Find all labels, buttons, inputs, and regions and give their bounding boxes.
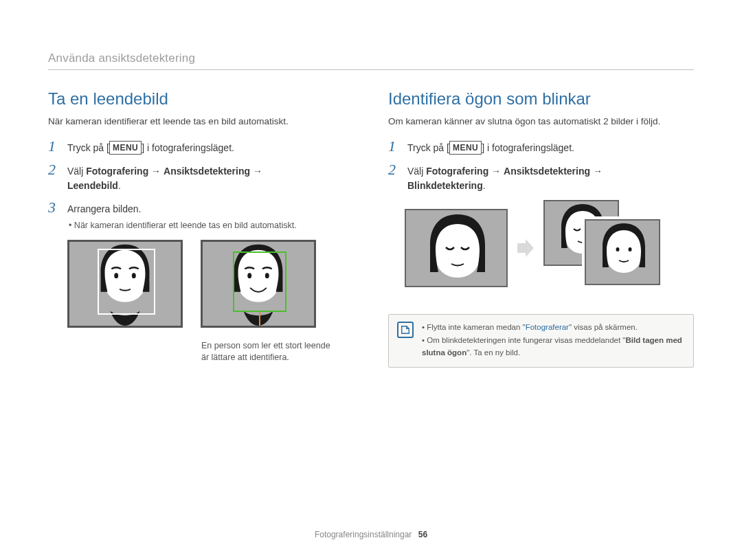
detection-box-icon: [98, 249, 155, 315]
menu-path-part: Ansiktsdetektering: [164, 166, 250, 177]
detection-box-icon: [233, 251, 286, 312]
step-text: ] i fotograferingsläget.: [482, 142, 574, 153]
step-number: 2: [388, 162, 401, 177]
svg-point-5: [629, 247, 632, 251]
step-text: Tryck på [: [407, 142, 449, 153]
footer-section-label: Fotograferingsinställningar: [315, 530, 412, 539]
step-text: Välj: [407, 166, 426, 177]
callout-line-icon: [259, 312, 260, 328]
example-photo-neutral: [67, 240, 183, 328]
page-number: 56: [418, 530, 427, 539]
section-title-blink: Identifiera ögon som blinkar: [388, 89, 694, 109]
menu-path-part: Fotografering: [426, 166, 488, 177]
step-text: Arrangera bilden.: [67, 200, 354, 216]
image-caption: En person som ler ett stort leende är lä…: [201, 340, 339, 363]
blink-image-row: [405, 200, 694, 296]
step-number: 3: [48, 200, 60, 215]
section-smile-shot: Ta en leendebild När kameran identifiera…: [48, 89, 354, 368]
arrow-icon: →: [488, 166, 504, 177]
step-3-smile: 3 Arrangera bilden.: [48, 200, 354, 216]
menu-path-part: Fotografering: [86, 166, 148, 177]
example-photo-eyes-closed: [405, 209, 508, 287]
menu-path-part: Ansiktsdetektering: [504, 166, 590, 177]
step-1-blink: 1 Tryck på [MENU] i fotograferingsläget.: [388, 139, 694, 155]
section-title-smile: Ta en leendebild: [48, 89, 354, 109]
step-1-smile: 1 Tryck på [MENU] i fotograferingsläget.: [48, 139, 354, 155]
menu-path-part: Leendebild: [67, 180, 118, 191]
burst-photos-stack: [543, 200, 681, 296]
menu-path-part: Blinkdetektering: [407, 180, 483, 191]
sub-bullet-smile: När kameran identifierar ett leende tas …: [69, 221, 354, 230]
breadcrumb: Använda ansiktsdetektering: [48, 52, 694, 70]
section-blink-detect: Identifiera ögon som blinkar Om kameran …: [388, 89, 694, 368]
step-number: 2: [48, 162, 60, 177]
note-box: Flytta inte kameran medan "Fotograferar"…: [388, 314, 694, 368]
example-photo-smiling: [201, 240, 316, 328]
step-2-blink: 2 Välj Fotografering → Ansiktsdetekterin…: [388, 162, 694, 193]
menu-button-label: MENU: [449, 141, 482, 155]
note-icon: [397, 322, 414, 338]
intro-blink: Om kameran känner av slutna ögon tas aut…: [388, 115, 694, 128]
example-image-row: [67, 240, 354, 328]
arrow-icon: →: [250, 166, 262, 177]
step-text: Tryck på [: [67, 142, 109, 153]
svg-point-4: [616, 247, 620, 251]
step-text: ] i fotograferingsläget.: [142, 142, 234, 153]
highlight-text: Fotograferar: [526, 323, 569, 331]
step-2-smile: 2 Välj Fotografering → Ansiktsdetekterin…: [48, 162, 354, 193]
face-illustration: [586, 221, 660, 285]
note-item: Om blinkdetekteringen inte fungerar visa…: [422, 335, 684, 359]
menu-button-label: MENU: [109, 141, 142, 155]
intro-smile: När kameran identifierar ett leende tas …: [48, 115, 354, 128]
step-text: .: [118, 180, 121, 191]
step-text: .: [483, 180, 486, 191]
example-photo-burst-2: [585, 219, 660, 285]
arrow-right-icon: [516, 238, 535, 258]
step-text: Välj: [67, 166, 86, 177]
arrow-icon: →: [148, 166, 164, 177]
face-illustration: [406, 210, 508, 287]
arrow-icon: →: [590, 166, 603, 177]
note-item: Flytta inte kameran medan "Fotograferar"…: [422, 322, 684, 333]
step-number: 1: [388, 139, 401, 154]
step-number: 1: [48, 139, 60, 154]
page-footer: Fotograferingsinställningar 56: [0, 530, 742, 539]
